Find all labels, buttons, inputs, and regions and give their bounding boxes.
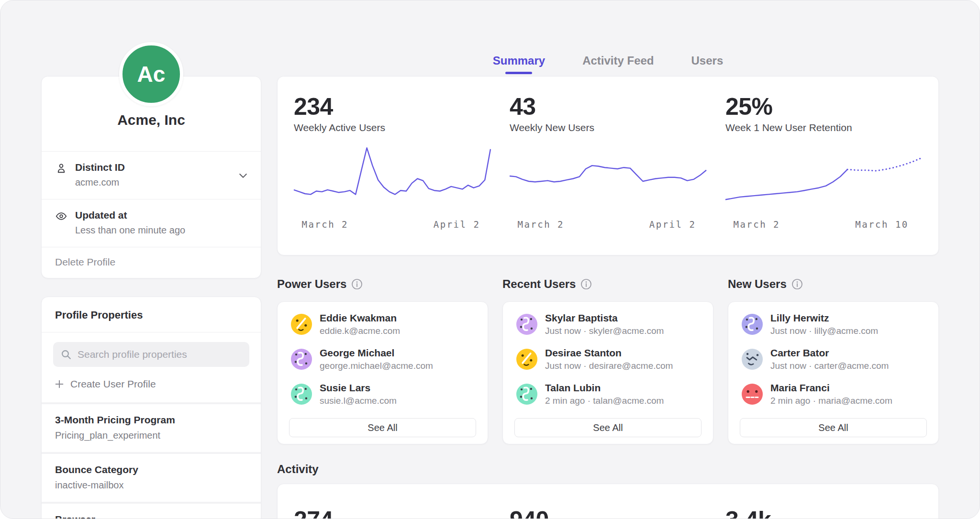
profile-tabs: Summary Activity Feed Users — [277, 54, 939, 74]
x-tick: April 2 — [434, 219, 480, 230]
power-users-heading: Power Users — [277, 277, 488, 291]
list-title: Power Users — [277, 277, 346, 291]
user-name: George Michael — [320, 347, 433, 359]
user-row[interactable]: Skylar Baptista Just now · skyler@acme.c… — [503, 307, 713, 342]
user-row[interactable]: Eddie Kwakman eddie.k@acme.com — [278, 307, 488, 342]
x-axis-ticks: March 2 April 2 — [510, 219, 706, 232]
user-row[interactable]: Susie Lars susie.l@acme.com — [278, 376, 488, 411]
profile-properties-title: Profile Properties — [42, 297, 261, 332]
field-text: Distinct ID acme.com — [75, 162, 231, 188]
user-name: Carter Bator — [770, 347, 889, 359]
see-all-button[interactable]: See All — [289, 418, 476, 437]
tab-activity-feed[interactable]: Activity Feed — [582, 54, 654, 74]
plus-icon — [55, 380, 64, 388]
divider — [42, 332, 261, 332]
metric-value: 234 — [294, 94, 490, 120]
property-row[interactable]: Bounce Category inactive-mailbox — [42, 454, 261, 502]
search-icon — [61, 349, 71, 360]
user-row[interactable]: Desirae Stanton Just now · desirare@acme… — [503, 342, 713, 376]
activity-card: 274 940 3.4k — [277, 484, 939, 519]
field-value: Less than one minute ago — [75, 225, 247, 236]
user-subtitle: eddie.k@acme.com — [320, 325, 400, 336]
user-subtitle: Just now · skyler@acme.com — [545, 325, 664, 336]
company-avatar: Ac — [119, 42, 183, 106]
property-label: 3-Month Pricing Program — [55, 414, 247, 426]
user-subtitle: 2 min ago · talan@acme.com — [545, 395, 664, 406]
metric-label: Weekly New Users — [510, 122, 706, 133]
profile-sidebar: Ac Acme, Inc Distinct ID acme.com — [41, 0, 261, 519]
user-row[interactable]: Maria Franci 2 min ago · maria@acme.com — [728, 376, 938, 411]
metric-weekly-new-users: 43 Weekly New Users March 2 April 2 — [510, 77, 706, 255]
company-avatar-wrap: Ac — [41, 42, 261, 106]
user-subtitle: susie.l@acme.com — [320, 395, 397, 406]
tab-label: Summary — [493, 54, 545, 67]
property-label: Browser — [55, 514, 247, 519]
activity-heading: Activity — [277, 463, 939, 476]
see-all-button[interactable]: See All — [514, 418, 702, 437]
user-row[interactable]: Talan Lubin 2 min ago · talan@acme.com — [503, 376, 713, 411]
x-tick: March 10 — [855, 219, 909, 230]
user-row[interactable]: Lilly Herwitz Just now · lilly@acme.com — [728, 307, 938, 342]
list-title: New Users — [728, 277, 787, 291]
person-icon — [55, 162, 67, 175]
tab-users[interactable]: Users — [691, 54, 724, 74]
sparkline-chart — [510, 144, 706, 213]
metric-label: Week 1 New User Retention — [725, 122, 922, 133]
user-name: Desirae Stanton — [545, 347, 673, 359]
user-lists-section: Power Users Eddie Kwakman eddie.k@acme.c… — [277, 277, 939, 444]
tab-label: Activity Feed — [582, 54, 654, 67]
metric-value: 25% — [725, 94, 922, 120]
profile-properties-card: Profile Properties Create User Profile 3… — [41, 297, 261, 519]
activity-stat: 940 — [510, 484, 706, 519]
x-tick: April 2 — [649, 219, 696, 230]
recent-users-column: Recent Users Skylar Baptista Just now · … — [502, 277, 713, 444]
chevron-down-icon[interactable] — [239, 172, 247, 178]
eye-icon — [55, 210, 67, 222]
x-axis-ticks: March 2 April 2 — [294, 219, 490, 232]
main-content: Summary Activity Feed Users 234 Weekly A… — [277, 0, 939, 519]
delete-profile-button[interactable]: Delete Profile — [42, 247, 261, 278]
user-subtitle: 2 min ago · maria@acme.com — [770, 395, 892, 406]
x-tick: March 2 — [301, 219, 348, 230]
recent-users-card: Skylar Baptista Just now · skyler@acme.c… — [502, 301, 713, 444]
metric-week1-retention: 25% Week 1 New User Retention March 2 Ma… — [725, 77, 922, 255]
field-distinct-id[interactable]: Distinct ID acme.com — [42, 152, 261, 199]
property-label: Bounce Category — [55, 464, 247, 475]
tab-summary[interactable]: Summary — [493, 54, 545, 74]
property-value: Pricing_plan_experiment — [55, 430, 247, 441]
user-name: Eddie Kwakman — [320, 312, 400, 324]
avatar — [291, 349, 312, 370]
create-user-profile-label: Create User Profile — [70, 378, 156, 390]
search-input[interactable] — [78, 349, 242, 360]
search-profile-properties[interactable] — [53, 342, 249, 367]
info-icon[interactable] — [351, 278, 363, 290]
field-value: acme.com — [75, 177, 231, 188]
user-name: Talan Lubin — [545, 382, 664, 394]
metric-weekly-active-users: 234 Weekly Active Users March 2 April 2 — [294, 77, 490, 255]
user-row[interactable]: George Michael george.michael@acme.com — [278, 342, 488, 376]
info-icon[interactable] — [791, 278, 803, 290]
create-user-profile-button[interactable]: Create User Profile — [55, 378, 247, 390]
user-row[interactable]: Carter Bator Just now · carter@acme.com — [728, 342, 938, 376]
property-row[interactable]: Browser Chrome — [42, 504, 261, 519]
user-name: Lilly Herwitz — [770, 312, 878, 324]
see-all-button[interactable]: See All — [740, 418, 927, 437]
metric-label: Weekly Active Users — [294, 122, 490, 133]
summary-metrics-card: 234 Weekly Active Users March 2 April 2 … — [277, 76, 939, 255]
x-axis-ticks: March 2 March 10 — [725, 219, 922, 232]
info-icon[interactable] — [580, 278, 592, 290]
property-row[interactable]: 3-Month Pricing Program Pricing_plan_exp… — [42, 404, 261, 452]
user-name: Maria Franci — [770, 382, 892, 394]
recent-users-heading: Recent Users — [502, 277, 713, 291]
new-users-card: Lilly Herwitz Just now · lilly@acme.com … — [728, 301, 939, 444]
user-name: Susie Lars — [320, 382, 397, 394]
x-tick: March 2 — [733, 219, 780, 230]
field-label: Updated at — [75, 210, 247, 221]
power-users-column: Power Users Eddie Kwakman eddie.k@acme.c… — [277, 277, 488, 444]
active-tab-indicator — [505, 72, 532, 74]
sparkline-chart — [725, 144, 922, 213]
avatar — [516, 384, 537, 405]
field-text: Updated at Less than one minute ago — [75, 210, 247, 236]
power-users-card: Eddie Kwakman eddie.k@acme.com George Mi… — [277, 301, 488, 444]
property-value: inactive-mailbox — [55, 480, 247, 491]
